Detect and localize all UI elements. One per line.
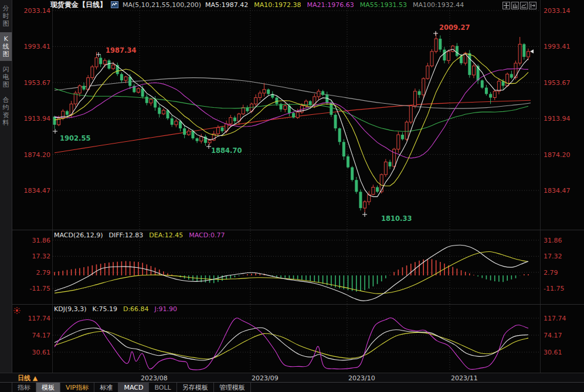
price-axis-label-left: 1993.41: [24, 43, 51, 50]
candle-body: [309, 101, 312, 105]
macd-axis-label-left: 31.86: [32, 237, 51, 244]
candle-body: [99, 58, 102, 64]
candle-body: [150, 100, 152, 103]
kdj-axis-label-right: 74.17: [544, 332, 562, 339]
candle-body: [305, 101, 308, 106]
indicator-settings-icon[interactable]: [13, 306, 21, 314]
candle-body: [162, 110, 165, 114]
macd-layer: [55, 245, 528, 301]
kdj-header: KDJ(9,3,3)K:75.19D:66.84J:91.90: [54, 305, 177, 313]
candle-body: [389, 162, 392, 166]
tab-vip-indicators[interactable]: VIP指标: [60, 383, 94, 392]
candle-body: [183, 128, 186, 135]
price-marker-cross: [206, 144, 211, 149]
candle-body: [317, 91, 320, 97]
candle-body: [112, 65, 115, 69]
price-axis-label-left: 1834.47: [24, 187, 51, 195]
tab-boll[interactable]: BOLL: [149, 383, 176, 392]
candles-layer: [53, 32, 530, 212]
candle-body: [53, 117, 56, 125]
candle-body: [364, 202, 366, 208]
candle-body: [380, 175, 383, 192]
macd-axis-label-right: -11.75: [544, 285, 564, 292]
price-marker-cross: [362, 212, 367, 217]
candle-body: [342, 142, 345, 156]
candle-body: [107, 60, 110, 69]
sidebar-item-time-chart[interactable]: 分时图: [0, 2, 12, 30]
candle-body: [242, 108, 245, 114]
candle-body: [355, 180, 358, 192]
price-annotation: 1810.33: [381, 214, 412, 223]
month-label: 2023/10: [348, 374, 375, 382]
gridlines-layer: [12, 0, 584, 373]
candle-body: [137, 88, 140, 92]
candle-body: [527, 52, 529, 57]
candle-body: [83, 86, 86, 90]
candle-body: [267, 90, 270, 94]
macd-axis-label-left: 17.32: [32, 253, 51, 260]
macd-axis-label-right: 31.86: [544, 237, 562, 244]
candle-body: [196, 138, 199, 141]
price-axis-label-left: 1874.20: [24, 151, 51, 159]
candle-body: [296, 112, 299, 117]
chart-canvas[interactable]: 2033.142033.141993.411993.411953.671953.…: [0, 0, 584, 373]
candle-body: [124, 77, 127, 80]
macd-header-value: DIFF:12.83: [109, 231, 144, 239]
candle-body: [233, 118, 236, 121]
candle-body: [351, 168, 354, 180]
macd-axis-label-right: 17.32: [544, 253, 562, 260]
next-chart-icon[interactable]: [529, 2, 537, 9]
sidebar-item-contract-info[interactable]: 合约资料: [0, 93, 12, 129]
ma-value: MA100:1932.44: [413, 1, 464, 9]
price-axis-label-left: 1953.67: [24, 79, 51, 87]
tab-indicators[interactable]: 指标: [12, 383, 36, 392]
short-ma-layer: [55, 49, 528, 197]
trading-app-window: 2033.142033.141993.411993.411953.671953.…: [0, 0, 584, 392]
candle-body: [208, 140, 211, 143]
kdj-axis-label-left: 117.74: [28, 315, 51, 322]
candle-body: [393, 149, 396, 166]
price-annotation: 2009.27: [439, 23, 470, 32]
kdj-header-value: KDJ(9,3,3): [54, 305, 87, 313]
macd-header-value: MACD:0.77: [189, 231, 225, 239]
candle-body: [489, 94, 492, 97]
candle-body: [334, 115, 337, 128]
chart-header: 现货黄金【日线】 MA(5,10,21,55,100,200) MA5:1987…: [50, 1, 464, 9]
candle-body: [451, 46, 454, 52]
candle-body: [497, 81, 500, 91]
candle-body: [292, 113, 295, 118]
indicator-panel-icon[interactable]: [520, 2, 528, 9]
chart-toolbar: [502, 2, 537, 9]
price-annotation: 1884.70: [211, 146, 242, 155]
candle-body: [493, 91, 496, 98]
price-axis-label-right: 1913.94: [544, 115, 571, 122]
period-selector[interactable]: 日线 ▲: [18, 374, 38, 383]
candle-body: [175, 121, 178, 125]
candle-body: [359, 192, 362, 208]
tab-save-template[interactable]: 另存模板: [177, 383, 214, 392]
candle-body: [158, 108, 161, 114]
candle-body: [221, 128, 224, 131]
candle-body: [443, 50, 446, 61]
tab-templates[interactable]: 模板: [36, 383, 60, 392]
tab-manage-template[interactable]: 管理模板: [214, 383, 251, 392]
candle-body: [91, 67, 94, 78]
sidebar-item-kline-chart[interactable]: K线图: [0, 32, 12, 61]
tab-standard[interactable]: 标准: [94, 383, 118, 392]
candle-body: [191, 131, 194, 138]
candle-body: [405, 122, 408, 139]
macd-axis-label-left: -11.75: [30, 285, 50, 292]
candle-panel-icon[interactable]: [511, 2, 519, 9]
sidebar-item-flash-chart[interactable]: 闪电图: [0, 63, 12, 91]
candle-body: [401, 135, 404, 139]
macd-axis-label-right: 2.79: [544, 269, 558, 277]
candle-body: [321, 91, 324, 95]
crosshair-icon[interactable]: [502, 2, 510, 9]
ma-values: MA5:1987.42MA10:1972.38MA21:1976.63MA55:…: [205, 1, 464, 9]
candle-body: [506, 74, 509, 86]
candle-body: [418, 91, 421, 95]
candle-body: [171, 118, 174, 125]
candle-body: [384, 162, 387, 175]
price-axis-label-right: 2033.14: [544, 7, 571, 15]
tab-macd[interactable]: MACD: [118, 383, 149, 392]
